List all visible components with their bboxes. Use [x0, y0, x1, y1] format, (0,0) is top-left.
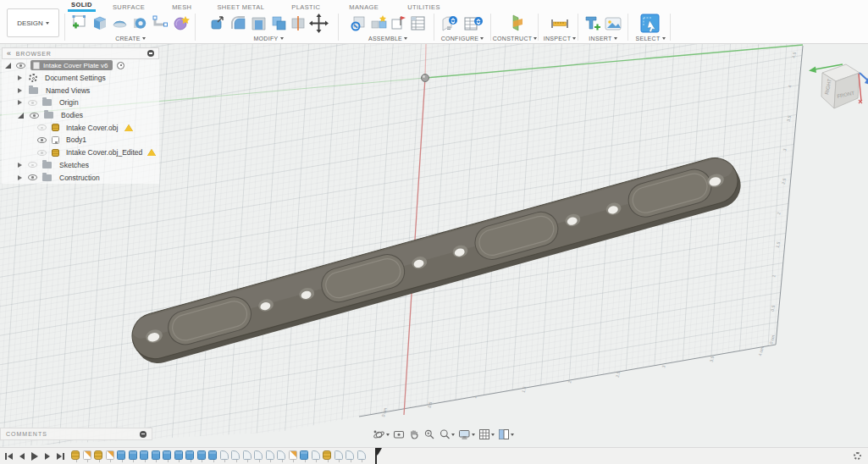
collapsed-arrow-icon[interactable] — [18, 88, 22, 93]
comments-bar[interactable]: COMMENTS — [0, 428, 152, 440]
browser-row-bodies[interactable]: Bodies — [2, 109, 159, 122]
view-cube[interactable]: RIGHT FRONT — [809, 47, 868, 128]
timeline-feature-fillet[interactable] — [266, 450, 274, 460]
construction-plane-icon[interactable] — [506, 14, 525, 33]
expanded-arrow-icon[interactable] — [5, 63, 11, 69]
form-icon[interactable] — [172, 14, 191, 32]
look-at-tool[interactable] — [393, 428, 405, 440]
insert-derive-icon[interactable] — [583, 14, 601, 33]
close-comments-icon[interactable] — [140, 431, 147, 438]
timeline-feature-fillet[interactable] — [312, 450, 320, 460]
timeline-feature-extrude[interactable] — [152, 450, 160, 460]
timeline-feature-extrude[interactable] — [174, 450, 183, 460]
timeline-feature-extrude[interactable] — [117, 450, 125, 460]
timeline-feature-sketch[interactable] — [83, 450, 91, 460]
timeline-feature-sketch[interactable] — [289, 450, 297, 460]
collapsed-arrow-icon[interactable] — [18, 75, 22, 80]
modify-menu[interactable]: MODIFY — [253, 36, 283, 41]
create-menu[interactable]: CREATE — [115, 36, 146, 41]
press-pull-icon[interactable] — [209, 14, 227, 32]
browser-row-mesh-body-edited[interactable]: Intake Cover.obj_Edited — [2, 146, 159, 159]
timeline-feature-mesh[interactable] — [71, 450, 80, 460]
timeline-settings-gear-icon[interactable] — [854, 452, 861, 460]
new-component-icon[interactable] — [350, 14, 368, 32]
timeline-feature-fillet[interactable] — [334, 450, 343, 460]
configure-menu[interactable]: CONFIGURE — [441, 36, 484, 41]
canvas-icon[interactable] — [604, 14, 622, 33]
browser-row-body1[interactable]: Body1 — [2, 134, 159, 146]
browser-row-named-views[interactable]: Named Views — [2, 84, 159, 97]
warning-icon[interactable] — [147, 149, 156, 156]
timeline-feature-extrude[interactable] — [185, 450, 194, 460]
visibility-eye-icon[interactable] — [30, 113, 39, 119]
active-component-pill[interactable]: Intake Cover Plate v6 — [30, 60, 113, 70]
grid-settings-tool[interactable] — [478, 428, 495, 440]
visibility-eye-icon[interactable] — [28, 100, 37, 106]
shell-icon[interactable] — [250, 14, 268, 32]
zoom-tool[interactable] — [423, 428, 435, 440]
combine-icon[interactable] — [270, 14, 288, 32]
insert-menu[interactable]: INSERT — [589, 36, 616, 41]
fillet-icon[interactable] — [229, 14, 247, 32]
timeline-feature-extrude[interactable] — [163, 450, 171, 460]
close-panel-icon[interactable] — [147, 50, 154, 57]
construct-menu[interactable]: CONSTRUCT — [493, 36, 538, 41]
timeline-feature-fillet[interactable] — [277, 450, 285, 460]
go-to-start-button[interactable] — [5, 453, 13, 460]
origin-point[interactable] — [422, 75, 429, 82]
move-icon[interactable] — [309, 14, 329, 33]
display-settings-tool[interactable] — [458, 428, 475, 440]
joint-icon[interactable] — [370, 14, 388, 32]
timeline-feature-fillet[interactable] — [231, 450, 240, 460]
split-body-icon[interactable] — [290, 14, 307, 32]
configuration-table-icon[interactable] — [463, 14, 485, 33]
configuration-icon[interactable] — [440, 14, 461, 33]
timeline-feature-fillet[interactable] — [346, 450, 354, 460]
browser-row-origin[interactable]: Origin — [2, 97, 159, 109]
coil-icon[interactable] — [131, 14, 149, 32]
orbit-tool[interactable] — [373, 428, 390, 441]
tab-sheet-metal[interactable]: SHEET METAL — [213, 2, 268, 12]
visibility-eye-icon[interactable] — [37, 124, 47, 130]
collapsed-arrow-icon[interactable] — [18, 175, 22, 180]
design-workspace-dropdown[interactable]: DESIGN — [7, 8, 59, 37]
timeline-feature-fillet[interactable] — [243, 450, 252, 460]
visibility-eye-icon[interactable] — [16, 63, 25, 69]
visibility-eye-icon[interactable] — [37, 150, 47, 156]
select-icon[interactable] — [639, 13, 661, 35]
visibility-eye-icon[interactable] — [28, 162, 37, 168]
revolve-icon[interactable] — [111, 14, 129, 32]
create-sketch-icon[interactable] — [70, 14, 88, 32]
timeline-feature-sketch[interactable] — [106, 450, 114, 460]
viewports-tool[interactable] — [498, 428, 514, 440]
3d-viewport[interactable]: 4.543.532.521.510.50 cm 0 cm0.511.522.53… — [0, 44, 868, 464]
timeline-feature-mesh[interactable] — [94, 450, 102, 460]
collapsed-arrow-icon[interactable] — [18, 163, 22, 168]
timeline-feature-fillet[interactable] — [254, 450, 263, 460]
browser-row-document-settings[interactable]: Document Settings — [2, 72, 159, 85]
timeline-feature-extrude[interactable] — [129, 450, 137, 460]
collapsed-arrow-icon[interactable] — [18, 100, 22, 105]
browser-row-construction[interactable]: Construction — [2, 171, 159, 184]
browser-row-mesh-body[interactable]: Intake Cover.obj — [2, 121, 159, 134]
timeline-feature-fillet[interactable] — [220, 450, 229, 460]
tab-surface[interactable]: SURFACE — [109, 2, 148, 12]
box-icon[interactable] — [91, 14, 108, 32]
timeline-feature-mesh[interactable] — [323, 450, 331, 460]
timeline-feature-extrude[interactable] — [197, 450, 206, 460]
tab-utilities[interactable]: UTILITIES — [404, 2, 444, 12]
timeline-feature-extrude[interactable] — [208, 450, 217, 460]
bom-table-icon[interactable] — [409, 14, 427, 32]
browser-row-root[interactable]: Intake Cover Plate v6 — [2, 59, 159, 72]
activate-component-radio[interactable] — [117, 62, 124, 69]
play-button[interactable] — [31, 452, 38, 461]
tab-plastic[interactable]: PLASTIC — [288, 2, 323, 12]
browser-header[interactable]: « BROWSER — [2, 47, 159, 59]
browser-row-sketches[interactable]: Sketches — [2, 159, 159, 172]
select-menu[interactable]: SELECT — [635, 36, 665, 41]
step-forward-button[interactable] — [45, 453, 50, 460]
tab-solid[interactable]: SOLID — [68, 0, 96, 12]
inspect-menu[interactable]: INSPECT — [544, 36, 576, 41]
timeline-position-marker[interactable] — [375, 448, 383, 464]
warning-icon[interactable] — [124, 124, 133, 131]
